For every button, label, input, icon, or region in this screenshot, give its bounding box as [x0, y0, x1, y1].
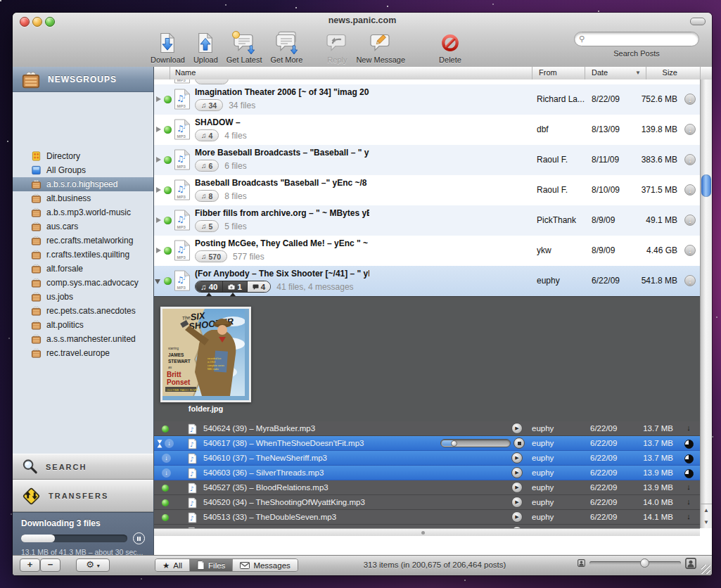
filter-all-tab[interactable]: ★All [155, 559, 190, 571]
scrollbar-arrows[interactable]: ▲▼ [701, 504, 712, 528]
disclosure-triangle-icon[interactable] [156, 127, 161, 132]
horizontal-scrollbar[interactable] [154, 528, 700, 536]
svg-text:JAMES: JAMES [168, 352, 184, 357]
action-menu-button[interactable]: ⚙ ▾ [76, 558, 110, 572]
column-header-date[interactable]: Date [592, 68, 608, 77]
post-row[interactable]: Posting McGee, They Called Me! – yEnc " … [154, 236, 700, 266]
sidebar-item-group[interactable]: rec.travel.europe [13, 346, 153, 360]
post-row[interactable]: Baseball Broadcasts "Baseball –" yEnc ~/… [154, 175, 700, 205]
title-bar[interactable]: news.panic.com [13, 13, 712, 28]
remove-group-button[interactable]: − [40, 558, 60, 572]
sidebar-item-group[interactable]: alt.business [13, 191, 153, 205]
reply-button[interactable]: Reply [326, 32, 347, 64]
download-arrow-icon[interactable]: ↓ [684, 497, 694, 506]
file-size: 13.7 MB [611, 424, 673, 433]
scrollbar-thumb[interactable] [701, 174, 711, 197]
sidebar-item-group[interactable]: aus.cars [13, 219, 153, 234]
search-section-header[interactable]: SEARCH [13, 454, 153, 480]
window-resize-grip[interactable] [701, 565, 710, 574]
upload-button[interactable]: Upload [193, 32, 218, 64]
disclosure-triangle-icon[interactable] [156, 248, 161, 253]
get-more-button[interactable]: Get More [271, 32, 303, 64]
playback-knob[interactable] [451, 440, 457, 447]
thumbnail-size-slider[interactable] [589, 561, 681, 565]
sidebar-item-all-groups[interactable]: All Groups [13, 163, 153, 177]
play-button[interactable]: ▶ [511, 511, 523, 523]
file-row[interactable]: 540624 (39) – MyraBarker.mp3 ▶ euphy 6/2… [154, 421, 700, 436]
post-row-partial-top [154, 79, 700, 84]
download-post-button[interactable]: ↓ [684, 275, 696, 286]
sidebar-item-group[interactable]: rec.crafts.metalworking [13, 234, 153, 248]
disclosure-triangle-open-icon[interactable] [155, 279, 160, 284]
files-count-label: 6 files [224, 161, 246, 171]
post-row[interactable]: More Baseball Broadcasts – "Baseball – "… [154, 145, 700, 175]
post-row[interactable]: Imagination Theater 2006 [~ of 34] "imag… [154, 84, 700, 115]
sidebar-item-group[interactable]: rec.pets.cats.anecdotes [13, 304, 153, 318]
get-latest-button[interactable]: Get Latest [226, 32, 262, 64]
sidebar-item-directory[interactable]: Directory [13, 149, 153, 163]
post-row[interactable]: SHADOW – ♫4 4 files dbf 8/13/09 139.8 MB… [154, 115, 700, 145]
play-button[interactable]: ▶ [511, 423, 523, 434]
download-arrow-icon[interactable]: ↓ [684, 423, 694, 432]
toolbar-toggle-button[interactable] [690, 18, 706, 25]
playback-slider[interactable] [440, 439, 511, 447]
download-post-button[interactable]: ↓ [684, 154, 696, 165]
disclosure-triangle-icon[interactable] [156, 187, 161, 193]
delete-button[interactable]: Delete [439, 32, 461, 64]
download-post-button[interactable]: ↓ [684, 184, 696, 196]
file-row-queued[interactable]: ↓ 540603 (36) – SilverThreads.mp3 ▶ euph… [154, 466, 700, 480]
play-button[interactable]: ▶ [511, 482, 523, 493]
pause-button[interactable] [133, 532, 145, 544]
search-field[interactable]: ⚲ [574, 32, 699, 46]
add-group-button[interactable]: + [20, 558, 40, 572]
window-title: news.panic.com [13, 15, 712, 25]
download-post-button[interactable]: ↓ [684, 245, 696, 256]
play-button[interactable]: ▶ [511, 452, 523, 464]
download-post-button[interactable]: ↓ [684, 94, 696, 105]
disclosure-triangle-icon[interactable] [156, 157, 161, 162]
download-button[interactable]: Download [151, 32, 185, 64]
download-post-button[interactable]: ↓ [684, 215, 696, 226]
search-input[interactable] [587, 34, 694, 45]
download-post-button[interactable]: ↓ [684, 124, 696, 135]
disclosure-triangle-icon[interactable] [156, 217, 161, 223]
file-icon [188, 438, 197, 449]
transfers-section-header[interactable]: TRANSFERS [13, 480, 153, 512]
sidebar-item-group[interactable]: a.b.s.r.o.highspeed [13, 177, 153, 191]
column-header-name[interactable]: Name [175, 68, 196, 77]
column-header-size[interactable]: Size [618, 68, 677, 77]
download-arrow-icon[interactable]: ↓ [684, 512, 694, 520]
post-size: 383.6 MB [613, 155, 677, 165]
file-row[interactable]: 540527 (35) – BloodRelations.mp3 ▶ euphy… [154, 480, 700, 495]
newsgroups-header[interactable]: NEWSGROUPS [13, 67, 153, 92]
filter-files-tab[interactable]: Files [190, 559, 233, 571]
post-row-selected[interactable]: (For Anybody – The Six Shooter [~/41] – … [154, 266, 700, 296]
sidebar-item-group[interactable]: comp.sys.mac.advocacy [13, 276, 153, 290]
file-row[interactable]: 540520 (34) – TheShootingOfWyattKing.mp3… [154, 495, 700, 510]
file-row-playing[interactable]: ↓ 540617 (38) – WhenTheShoeDoesn'tFit.mp… [154, 436, 700, 451]
scroll-up-arrow[interactable]: ▲ [701, 504, 712, 516]
play-button[interactable]: ▶ [511, 497, 523, 508]
stop-button[interactable] [513, 437, 525, 449]
post-row[interactable]: Fibber fills from archive.org – " ~ MByt… [154, 205, 700, 236]
sidebar-item-group[interactable]: alt.politics [13, 318, 153, 332]
sidebar-item-group[interactable]: alt.forsale [13, 262, 153, 276]
download-arrow-icon[interactable]: ↓ [684, 482, 694, 491]
new-message-button[interactable]: New Message [356, 32, 405, 64]
sidebar-item-group[interactable]: r.crafts.textiles.quilting [13, 248, 153, 262]
file-row[interactable]: 540513 (33) – TheDoubleSeven.mp3 ▶ euphy… [154, 510, 700, 525]
attachment-count-badge[interactable]: ♫40 1 4 [195, 281, 271, 293]
column-header-from[interactable]: From [539, 68, 557, 77]
slider-knob[interactable] [640, 558, 649, 568]
album-art-thumbnail[interactable]: The SIX SHOOTER sta [160, 307, 251, 402]
scroll-down-arrow[interactable]: ▼ [701, 516, 712, 528]
download-progress-bar [21, 535, 127, 542]
post-from: euphy [537, 276, 587, 286]
disclosure-triangle-icon[interactable] [156, 96, 161, 102]
sidebar-item-group[interactable]: us.jobs [13, 290, 153, 304]
sidebar-item-group[interactable]: a.b.s.mp3.world-music [13, 205, 153, 219]
sidebar-item-group[interactable]: a.s.s.manchester.united [13, 332, 153, 346]
file-row-queued[interactable]: ↓ 540610 (37) – TheNewSheriff.mp3 ▶ euph… [154, 451, 700, 466]
play-button[interactable]: ▶ [511, 467, 523, 478]
vertical-scrollbar[interactable]: ▲▼ [700, 79, 712, 528]
